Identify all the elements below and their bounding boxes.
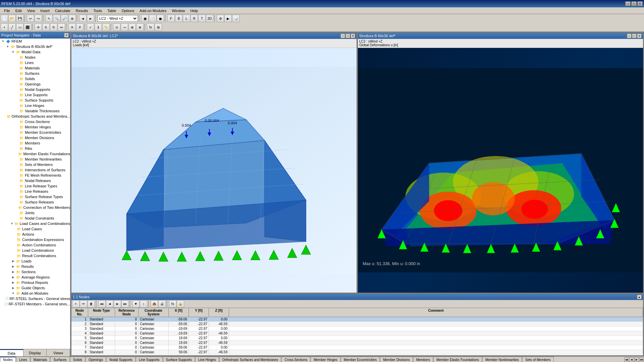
tb-line[interactable]: ╱ — [8, 23, 16, 31]
tree-model-data[interactable]: ▼ 📁 Model Data — [0, 49, 70, 55]
tree-member-nonlin[interactable]: 📁 Member Nonlinearities — [0, 157, 70, 162]
tree-member-hinges[interactable]: 📁 Member Hinges — [0, 124, 70, 130]
tree-solids[interactable]: 📁 Solids — [0, 76, 70, 81]
tree-surfaces[interactable]: 📁 Surfaces — [0, 71, 70, 76]
tb-snap-node[interactable]: ⊙ — [113, 23, 120, 31]
tb-calc[interactable]: ▶ — [224, 15, 232, 22]
tb-redo[interactable]: ↪ — [35, 15, 42, 22]
bottom-tab-solids[interactable]: Solids — [70, 357, 85, 362]
right-3d-view[interactable]: Max u: 51.336, Min u: 0.000 in — [358, 48, 643, 293]
dt-prev[interactable]: ◄ — [106, 300, 113, 308]
tree-actions[interactable]: 📁 Actions — [0, 232, 70, 237]
menu-tools[interactable]: Tools — [91, 8, 105, 13]
dt-add[interactable]: + — [72, 300, 79, 308]
tree-load-comb[interactable]: 📁 Load Combinations — [0, 248, 70, 253]
menu-edit[interactable]: Edit — [13, 8, 24, 13]
tb-zoom-out[interactable]: 🔎 — [61, 15, 68, 22]
tab-nav-next[interactable]: ► — [634, 357, 639, 362]
menu-calculate[interactable]: Calculate — [52, 8, 73, 13]
tree-avg-regions[interactable]: ▶ 📁 Average Regions — [0, 275, 70, 280]
avg-toggle[interactable]: ▶ — [11, 275, 15, 280]
tree-line-hinges[interactable]: 📁 Line Hinges — [0, 103, 70, 108]
bottom-tab-orthotropic-surfaces-and-membranes[interactable]: Orthotropic Surfaces and Membranes — [219, 357, 281, 362]
tree-sections[interactable]: ▶ 📁 Sections — [0, 269, 70, 275]
menu-help[interactable]: Help — [188, 8, 201, 13]
bottom-tab-member-hinges[interactable]: Member Hinges — [311, 357, 340, 362]
guide-toggle[interactable]: ▶ — [11, 286, 15, 290]
tree-printout[interactable]: ▶ 📁 Printout Reports — [0, 280, 70, 285]
dt-export[interactable]: 📤 — [151, 300, 158, 308]
tb-delete[interactable]: ✕ — [68, 23, 76, 31]
bottom-tab-line-hinges[interactable]: Line Hinges — [195, 357, 219, 362]
tree-line-release-types[interactable]: 📁 Line Release Types — [0, 183, 70, 189]
tb-mirror[interactable]: ⇔ — [58, 23, 65, 31]
tree-ortho-surfaces[interactable]: 📁 Orthotropic Surfaces and Membra... — [0, 114, 70, 119]
dt-next[interactable]: ► — [114, 300, 121, 308]
tb-shaded[interactable]: ◼ — [157, 15, 164, 22]
load-comb-toggle[interactable]: ▼ — [10, 221, 14, 226]
tree-combination-expr[interactable]: 📁 Combination Expressions — [0, 237, 70, 242]
tree-member-eccentricities[interactable]: 📁 Member Eccentricities — [0, 130, 70, 135]
bottom-tab-nodes[interactable]: Nodes — [0, 357, 16, 362]
tree-ribs[interactable]: 📁 Ribs — [0, 146, 70, 151]
table-row[interactable]: 3 Standard 0 Cartesian -19.69 -22.97 0.0… — [71, 326, 643, 331]
tb-wireframe[interactable]: ⬜ — [149, 15, 156, 22]
tb-back[interactable]: B — [175, 15, 182, 22]
tree-joints[interactable]: 📁 Joints — [0, 210, 70, 216]
menu-addons[interactable]: Add-on Modules — [137, 8, 169, 13]
tree-result-comb[interactable]: 📁 Result Combinations — [0, 253, 70, 258]
dt-edit[interactable]: ✏ — [80, 300, 87, 308]
tree-rf-steel-surfaces[interactable]: 📄 RF-STEEL Surfaces - General stress — [0, 296, 70, 301]
tb-measure[interactable]: 📏 — [102, 23, 110, 31]
dt-filter[interactable]: ▼ — [132, 300, 140, 308]
left-view-close[interactable]: ✕ — [351, 34, 355, 38]
tab-nav-prev[interactable]: ◄ — [629, 357, 634, 362]
nav-tab-views[interactable]: Views — [47, 349, 70, 356]
close-button[interactable]: ✕ — [637, 1, 643, 6]
tree-surface-supports[interactable]: 📁 Surface Supports — [0, 98, 70, 103]
project-toggle-icon[interactable]: ▼ — [5, 44, 10, 49]
tab-nav-first[interactable]: ⏮ — [624, 357, 629, 362]
tree-sets-members[interactable]: 📁 Sets of Members — [0, 162, 70, 167]
tree-materials[interactable]: 📁 Materials — [0, 65, 70, 71]
nav-tab-data[interactable]: Data — [0, 349, 23, 356]
bottom-tab-members[interactable]: Members — [413, 357, 433, 362]
tree-action-comb[interactable]: 📁 Action Combinations — [0, 242, 70, 248]
bottom-tab-member-eccentricities[interactable]: Member Eccentricities — [341, 357, 380, 362]
tree-surface-release-types[interactable]: 📁 Surface Release Types — [0, 194, 70, 199]
bottom-tab-surfaces[interactable]: Surfaces — [50, 357, 69, 362]
dt-formula[interactable]: fx — [169, 300, 176, 308]
tree-intersections[interactable]: 📁 Intersections of Surfaces — [0, 167, 70, 173]
tb-node[interactable]: • — [1, 23, 8, 31]
dt-sort[interactable]: ↕ — [140, 300, 147, 308]
bottom-tab-member-nonlinearities[interactable]: Member Nonlinearities — [482, 357, 522, 362]
bottom-tab-member-elastic-foundations[interactable]: Member Elastic Foundations — [433, 357, 482, 362]
maximize-button[interactable]: □ — [631, 1, 637, 6]
bottom-tab-cross-sections[interactable]: Cross-Sections — [281, 357, 310, 362]
tb-open[interactable]: 📂 — [8, 15, 16, 22]
bottom-tab-surface-supports[interactable]: Surface Supports — [163, 357, 195, 362]
printout-toggle[interactable]: ▶ — [11, 280, 15, 285]
tb-move[interactable]: ✛ — [35, 23, 42, 31]
tree-guide-objects[interactable]: ▶ 📁 Guide Objects — [0, 285, 70, 291]
tb-surface[interactable]: ▭ — [16, 23, 23, 31]
tree-fe-mesh[interactable]: 📁 FE Mesh Refinements — [0, 173, 70, 178]
menu-options[interactable]: Options — [119, 8, 137, 13]
nav-close-btn[interactable]: ✕ — [64, 33, 69, 38]
tree-load-cases-comb[interactable]: ▼ 📁 Load Cases and Combinations — [0, 221, 70, 226]
tb-3d[interactable]: 3D — [206, 15, 213, 22]
tree-nodes[interactable]: 📁 Nodes — [0, 55, 70, 60]
right-view-close[interactable]: ✕ — [637, 34, 642, 38]
tb-front[interactable]: F — [167, 15, 175, 22]
tb-undo[interactable]: ↩ — [27, 15, 34, 22]
loads-toggle[interactable]: ▶ — [11, 259, 15, 263]
menu-table[interactable]: Table — [105, 8, 119, 13]
tb-render[interactable]: ▣ — [141, 15, 149, 22]
sections-toggle[interactable]: ▶ — [11, 269, 15, 274]
dt-print[interactable]: 🖨 — [158, 300, 166, 308]
menu-insert[interactable]: Insert — [38, 8, 52, 13]
tb-numbering[interactable]: # — [76, 23, 84, 31]
tb-solid[interactable]: ⬛ — [24, 23, 31, 31]
tree-line-releases[interactable]: 📁 Line Releases — [0, 189, 70, 194]
model-data-toggle[interactable]: ▼ — [11, 50, 15, 54]
